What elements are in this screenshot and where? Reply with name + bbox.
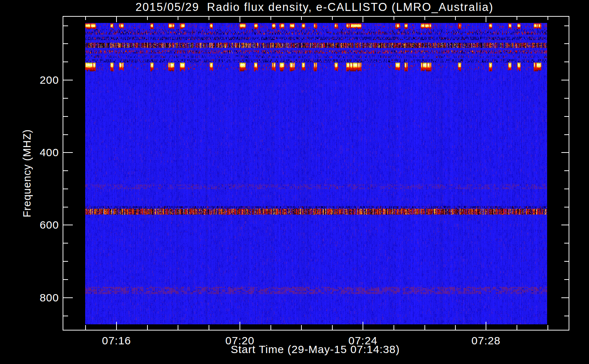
- y-tick-minor-right: [564, 207, 569, 207]
- x-tick-minor-bottom: [147, 325, 148, 330]
- y-tick-minor-right: [564, 43, 569, 44]
- y-tick-minor-right: [564, 243, 569, 244]
- y-tick-minor-right: [564, 98, 569, 99]
- chart-title: 2015/05/29 Radio flux density, e-CALLIST…: [135, 1, 494, 13]
- y-tick-major-right: [561, 80, 569, 80]
- y-tick-label: 600: [40, 219, 59, 231]
- x-tick-label: 07:28: [471, 335, 501, 347]
- y-tick-minor-left: [63, 261, 68, 262]
- x-tick-major-bottom: [240, 322, 240, 330]
- x-tick-minor-top: [301, 17, 302, 20]
- y-tick-minor-left: [63, 62, 68, 62]
- x-tick-label: 07:16: [102, 335, 131, 347]
- x-tick-minor-bottom: [455, 325, 456, 330]
- x-tick-minor-top: [332, 17, 333, 20]
- x-tick-major-top: [240, 17, 240, 22]
- y-tick-minor-left: [63, 43, 68, 44]
- x-tick-minor-top: [394, 17, 394, 20]
- y-tick-minor-right: [564, 116, 569, 117]
- y-tick-minor-left: [63, 207, 68, 207]
- y-tick-minor-left: [63, 243, 68, 244]
- y-tick-minor-right: [564, 189, 569, 189]
- x-tick-major-top: [116, 17, 117, 22]
- y-tick-major-left: [63, 225, 73, 225]
- y-tick-label: 800: [40, 292, 59, 304]
- y-tick-minor-right: [564, 261, 569, 262]
- y-tick-minor-left: [63, 25, 68, 26]
- spectrogram-canvas: [85, 23, 547, 324]
- x-tick-minor-bottom: [332, 325, 333, 330]
- x-tick-major-bottom: [363, 322, 363, 330]
- x-tick-minor-top: [517, 17, 517, 20]
- x-tick-major-top: [363, 17, 363, 22]
- y-tick-minor-left: [63, 279, 68, 280]
- y-tick-minor-left: [63, 189, 68, 189]
- x-tick-major-bottom: [116, 322, 117, 330]
- x-tick-minor-top: [455, 17, 456, 20]
- x-tick-minor-bottom: [209, 325, 209, 330]
- y-tick-minor-right: [564, 279, 569, 280]
- x-tick-minor-top: [178, 17, 178, 20]
- x-tick-major-top: [486, 17, 486, 22]
- y-tick-minor-left: [63, 170, 68, 171]
- x-axis-label: Start Time (29-May-15 07:14:38): [231, 344, 400, 355]
- y-tick-label: 400: [40, 146, 59, 159]
- y-tick-minor-left: [63, 134, 68, 135]
- x-tick-minor-bottom: [424, 325, 425, 330]
- x-tick-minor-bottom: [301, 325, 302, 330]
- y-tick-major-right: [561, 152, 569, 153]
- x-tick-minor-bottom: [394, 325, 394, 330]
- x-tick-minor-top: [209, 17, 209, 20]
- y-tick-minor-right: [564, 25, 569, 26]
- x-tick-major-bottom: [486, 322, 486, 330]
- y-tick-minor-right: [564, 62, 569, 62]
- y-tick-label: 200: [40, 74, 59, 86]
- y-tick-minor-left: [63, 316, 68, 316]
- y-tick-major-left: [63, 297, 73, 298]
- x-tick-minor-bottom: [178, 325, 178, 330]
- x-tick-minor-top: [147, 17, 148, 20]
- x-tick-minor-top: [270, 17, 271, 20]
- y-tick-major-right: [561, 225, 569, 225]
- y-tick-minor-right: [564, 316, 569, 316]
- x-tick-minor-top: [85, 17, 86, 20]
- x-tick-minor-top: [548, 17, 548, 20]
- y-tick-minor-left: [63, 98, 68, 99]
- y-tick-major-left: [63, 80, 73, 80]
- y-tick-minor-left: [63, 116, 68, 117]
- x-tick-minor-bottom: [548, 325, 548, 330]
- y-tick-minor-right: [564, 134, 569, 135]
- x-tick-minor-bottom: [270, 325, 271, 330]
- y-axis-label: Frequency (MHZ): [21, 129, 33, 217]
- x-tick-minor-bottom: [85, 325, 86, 330]
- y-tick-minor-right: [564, 170, 569, 171]
- x-tick-minor-bottom: [517, 325, 517, 330]
- y-tick-major-right: [561, 297, 569, 298]
- x-tick-minor-top: [424, 17, 425, 20]
- spectrogram-page: 2015/05/29 Radio flux density, e-CALLIST…: [0, 0, 589, 364]
- y-tick-major-left: [63, 152, 73, 153]
